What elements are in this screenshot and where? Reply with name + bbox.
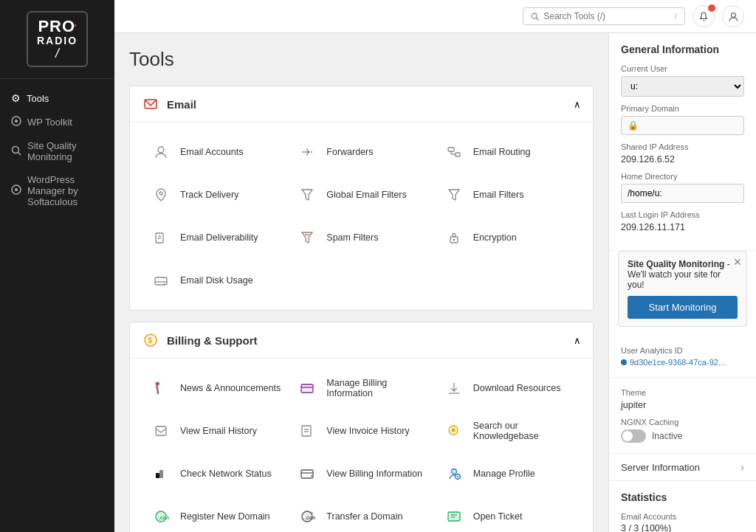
toggle-knob — [622, 431, 633, 441]
rs-theme: Theme jupiter NGINX Caching Inactive — [609, 378, 756, 454]
spam-filters-icon — [295, 226, 319, 249]
spam-filters-label: Spam Filters — [326, 232, 378, 243]
tool-invoice-history[interactable]: View Invoice History — [288, 413, 434, 449]
tool-email-routing[interactable]: Email Routing — [435, 134, 581, 170]
notification-badge — [708, 4, 715, 12]
tool-knowledgebase[interactable]: Search our Knowledgebase — [435, 413, 581, 449]
content-area: Tools Email — [114, 33, 756, 532]
sidebar-item-wordpress-manager-label: WordPress Manager by Softaculous — [27, 174, 103, 207]
section-email-label: Email — [167, 98, 196, 111]
tool-email-filters[interactable]: Email Filters — [435, 177, 581, 213]
tool-download-resources[interactable]: Download Resources — [435, 370, 581, 406]
download-resources-icon — [442, 376, 466, 400]
page-title: Tools — [129, 48, 594, 71]
sidebar-item-wordpress-manager[interactable]: WordPress Manager by Softaculous — [0, 168, 114, 213]
search-input[interactable] — [543, 11, 670, 21]
svg-point-2 — [13, 146, 19, 153]
email-section-icon — [142, 95, 159, 113]
tool-view-billing-info[interactable]: View Billing Information — [288, 456, 434, 491]
rs-statistics: Statistics Email Accounts 3 / 3 (100%) U… — [609, 481, 756, 532]
close-icon[interactable]: ✕ — [733, 256, 742, 268]
search-icon — [531, 12, 539, 21]
tool-spam-filters[interactable]: Spam Filters — [288, 220, 434, 255]
rs-server-info-row[interactable]: Server Information › — [609, 454, 756, 481]
rs-statistics-title: Statistics — [621, 491, 744, 503]
sidebar-nav: ⚙ Tools WP Toolkit Site Quality Monitori… — [0, 79, 114, 221]
manage-profile-label: Manage Profile — [473, 469, 535, 479]
rs-email-accounts-stat-value: 3 / 3 (100%) — [621, 523, 744, 532]
section-email: Email Email Accounts — [129, 86, 594, 311]
tool-email-disk-usage[interactable]: Email Disk Usage — [142, 263, 288, 298]
svg-rect-43 — [301, 470, 313, 478]
view-billing-info-icon — [295, 462, 319, 486]
tool-manage-profile[interactable]: + Manage Profile — [435, 456, 581, 491]
tool-register-domain[interactable]: .com Register New Domain — [142, 499, 288, 532]
svg-point-45 — [311, 475, 312, 477]
analytics-dot-icon — [621, 359, 627, 365]
tool-open-ticket[interactable]: Open Ticket — [435, 499, 581, 532]
sidebar-item-tools-label: Tools — [27, 93, 49, 104]
monitoring-banner: ✕ Site Quality Monitoring - We'll watch … — [618, 251, 747, 327]
rs-analytics-label: User Analytics ID — [621, 346, 744, 355]
start-monitoring-button[interactable]: Start Monitoring — [628, 296, 738, 319]
svg-rect-35 — [156, 426, 166, 435]
wordpress-manager-icon — [11, 184, 21, 197]
svg-text:$: $ — [148, 336, 153, 345]
tool-view-email-history[interactable]: View Email History — [142, 413, 288, 449]
svg-point-16 — [159, 192, 162, 195]
encryption-label: Encryption — [473, 232, 517, 243]
track-delivery-icon — [149, 183, 173, 207]
billing-section-icon: $ — [142, 331, 159, 349]
email-routing-label: Email Routing — [473, 147, 531, 157]
tool-encryption[interactable]: Encryption — [435, 220, 581, 255]
svg-point-40 — [451, 429, 455, 432]
topbar: / — [114, 0, 756, 33]
rs-analytics: User Analytics ID 9d30e1ce-9368-47ca-92… — [609, 336, 756, 378]
tool-news[interactable]: News & Announcements — [142, 370, 288, 406]
tool-email-deliverability[interactable]: Email Deliverability — [142, 220, 288, 255]
svg-rect-36 — [302, 426, 311, 436]
tool-email-accounts[interactable]: Email Accounts — [142, 134, 288, 170]
register-domain-label: Register New Domain — [180, 511, 270, 522]
svg-rect-42 — [159, 470, 163, 478]
section-email-body: Email Accounts Forwarders Em — [130, 122, 593, 310]
svg-marker-18 — [449, 190, 459, 200]
section-billing-label: Billing & Support — [167, 334, 257, 347]
section-billing-header[interactable]: $ Billing & Support — [130, 322, 593, 359]
rs-nginx-toggle[interactable] — [621, 429, 646, 443]
notifications-icon[interactable] — [693, 5, 715, 27]
section-email-header[interactable]: Email — [130, 86, 593, 122]
tool-network-status[interactable]: Check Network Status — [142, 456, 288, 491]
tool-manage-billing[interactable]: Manage Billing Information — [288, 370, 434, 406]
sidebar-item-site-quality[interactable]: Site Quality Monitoring — [0, 134, 114, 168]
sidebar-item-tools[interactable]: ⚙ Tools — [0, 86, 114, 110]
knowledgebase-icon — [442, 419, 466, 443]
download-resources-label: Download Resources — [473, 383, 561, 393]
logo-radio-text: RADIO — [37, 35, 78, 46]
manage-profile-icon: + — [442, 462, 466, 486]
transfer-domain-icon: .com+ — [295, 505, 319, 528]
rs-current-user-label: Current User — [621, 64, 744, 73]
rs-primary-domain-input[interactable]: 🔒 — [621, 116, 744, 135]
tool-track-delivery[interactable]: Track Delivery — [142, 177, 288, 213]
tool-global-email-filters[interactable]: Global Email Filters — [288, 177, 434, 213]
lock-icon: 🔒 — [628, 120, 639, 131]
tool-forwarders[interactable]: Forwarders — [288, 134, 434, 170]
tool-transfer-domain[interactable]: .com+ Transfer a Domain — [288, 499, 434, 532]
svg-point-25 — [453, 239, 455, 241]
rs-theme-label: Theme — [621, 388, 744, 397]
user-icon[interactable] — [722, 5, 744, 27]
search-box[interactable]: / — [523, 7, 685, 25]
email-accounts-label: Email Accounts — [180, 147, 243, 157]
svg-point-31 — [157, 382, 159, 385]
sidebar-item-wp-toolkit[interactable]: WP Toolkit — [0, 110, 114, 134]
forwarders-icon — [295, 140, 319, 164]
main-content: Tools Email — [114, 33, 608, 532]
search-shortcut: / — [675, 12, 677, 21]
rs-email-accounts-stat: Email Accounts 3 / 3 (100%) Upgrade — [621, 512, 744, 532]
topbar-icons — [693, 5, 744, 27]
invoice-history-icon — [295, 419, 319, 443]
rs-current-user-select[interactable]: u: — [621, 76, 744, 97]
network-status-icon — [149, 462, 173, 486]
deliverability-icon — [149, 226, 173, 249]
